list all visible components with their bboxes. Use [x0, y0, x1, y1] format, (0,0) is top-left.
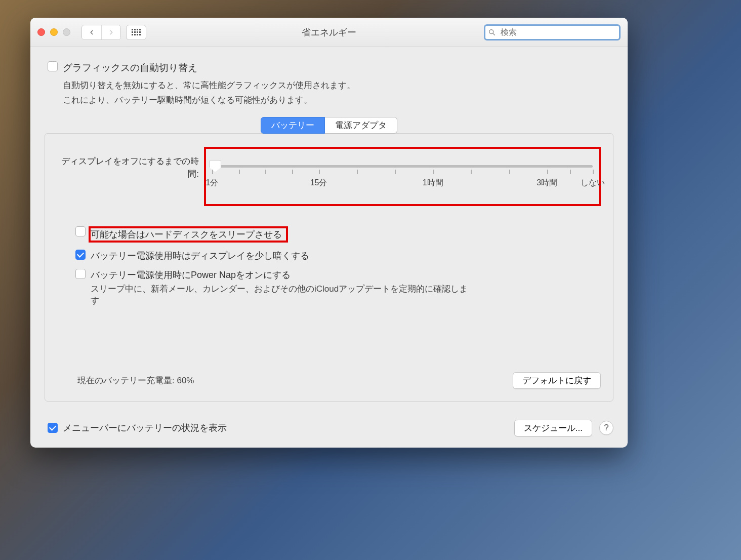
help-icon: ?	[604, 423, 608, 433]
tick-label-never: しない	[581, 178, 605, 188]
battery-panel: ディスプレイをオフにするまでの時間:	[45, 133, 613, 402]
powernap-sub: スリープ中に、新着メール、カレンダー、およびその他のiCloudアップデートを定…	[91, 283, 470, 306]
minimize-window-button[interactable]	[50, 28, 58, 36]
graphics-sub-line1: 自動切り替えを無効にすると、常に高性能グラフィックスが使用されます。	[63, 78, 613, 93]
preferences-window: 省エネルギー グラフィックスの自動切り替え 自動切り替えを無効にすると、常に高性…	[30, 18, 628, 448]
search-wrap	[484, 24, 621, 41]
help-button[interactable]: ?	[599, 421, 613, 435]
tick-label-3hr: 3時間	[537, 178, 557, 188]
options: 可能な場合はハードディスクをスリープさせる バッテリー電源使用時はディスプレイを…	[75, 226, 470, 306]
battery-level: 現在のバッテリー充電量: 60%	[77, 375, 194, 386]
schedule-button[interactable]: スケジュール...	[514, 420, 592, 436]
tick-label-1hr: 1時間	[423, 178, 443, 188]
titlebar: 省エネルギー	[30, 18, 628, 47]
back-button[interactable]	[82, 25, 101, 39]
tabs: バッテリー 電源アダプタ	[45, 117, 613, 134]
display-sleep-slider[interactable]	[212, 165, 593, 168]
tick-label-15min: 15分	[310, 178, 327, 188]
display-sleep-slider-zone: 1分 15分 1時間 3時間 しない	[204, 147, 601, 206]
graphics-sub-line2: これにより、バッテリー駆動時間が短くなる可能性があります。	[63, 93, 613, 108]
menubar-battery-label: メニューバーにバッテリーの状況を表示	[63, 422, 227, 434]
svg-point-0	[489, 29, 493, 33]
slider-ticks	[212, 170, 593, 177]
forward-button[interactable]	[101, 25, 120, 39]
graphics-switch-sub: 自動切り替えを無効にすると、常に高性能グラフィックスが使用されます。 これにより…	[63, 78, 613, 108]
graphics-switch-row: グラフィックスの自動切り替え	[48, 61, 613, 74]
dim-display-checkbox[interactable]	[75, 250, 86, 260]
zoom-window-button[interactable]	[63, 28, 70, 36]
dim-display-label: バッテリー電源使用時はディスプレイを少し暗くする	[91, 250, 309, 262]
graphics-switch-label: グラフィックスの自動切り替え	[63, 61, 197, 74]
tab-battery[interactable]: バッテリー	[261, 117, 325, 134]
chevron-left-icon	[88, 29, 95, 36]
traffic-lights	[37, 28, 70, 36]
powernap-row: バッテリー電源使用時にPower Napをオンにする	[75, 269, 470, 281]
display-sleep-row: ディスプレイをオフにするまでの時間:	[57, 149, 601, 206]
powernap-label: バッテリー電源使用時にPower Napをオンにする	[91, 269, 291, 281]
search-icon	[488, 28, 496, 36]
show-all-button[interactable]	[126, 25, 146, 40]
hdd-sleep-row: 可能な場合はハードディスクをスリープさせる	[75, 226, 470, 243]
window-title: 省エネルギー	[302, 26, 356, 38]
hdd-sleep-checkbox[interactable]	[75, 226, 86, 236]
grid-icon	[132, 29, 141, 35]
hdd-sleep-highlight: 可能な場合はハードディスクをスリープさせる	[89, 226, 288, 243]
powernap-checkbox[interactable]	[75, 269, 86, 279]
menubar-battery-checkbox[interactable]	[48, 423, 58, 433]
slider-tick-labels: 1分 15分 1時間 3時間 しない	[212, 178, 593, 189]
graphics-switch-checkbox[interactable]	[48, 61, 58, 71]
tab-adapter[interactable]: 電源アダプタ	[325, 117, 397, 134]
restore-defaults-button[interactable]: デフォルトに戻す	[513, 372, 601, 389]
search-input[interactable]	[484, 24, 621, 41]
chevron-right-icon	[108, 29, 115, 36]
content: グラフィックスの自動切り替え 自動切り替えを無効にすると、常に高性能グラフィック…	[30, 47, 628, 411]
tick-label-1min: 1分	[206, 178, 219, 188]
nav-buttons	[81, 25, 121, 40]
footer: メニューバーにバッテリーの状況を表示 スケジュール... ?	[30, 411, 628, 448]
close-window-button[interactable]	[37, 28, 45, 36]
panel-bottom: 現在のバッテリー充電量: 60% デフォルトに戻す	[57, 372, 601, 389]
hdd-sleep-label: 可能な場合はハードディスクをスリープさせる	[91, 229, 282, 239]
dim-display-row: バッテリー電源使用時はディスプレイを少し暗くする	[75, 250, 470, 262]
display-sleep-label: ディスプレイをオフにするまでの時間:	[57, 149, 204, 181]
svg-line-1	[493, 33, 495, 35]
